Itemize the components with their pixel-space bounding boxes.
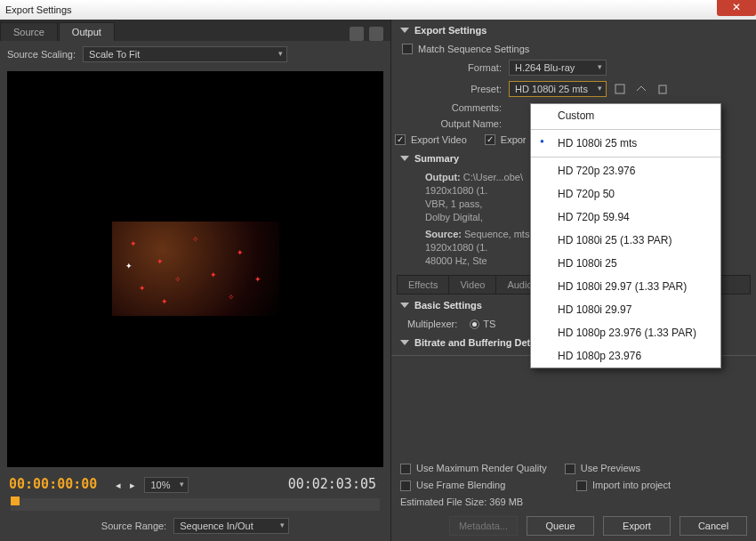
chevron-down-icon	[400, 28, 409, 33]
aspect-icon[interactable]	[369, 27, 383, 41]
step-forward-icon[interactable]: ▸	[130, 480, 135, 491]
preset-option[interactable]: HD 1080i 29.97 (1.33 PAR)	[531, 275, 720, 298]
export-button[interactable]: Export	[603, 516, 671, 536]
max-render-checkbox[interactable]	[400, 464, 411, 474]
export-settings-header[interactable]: Export Settings	[391, 20, 756, 41]
dropdown-separator	[531, 157, 720, 157]
preset-option[interactable]: HD 1080p 23.976	[531, 344, 720, 367]
subtab-video[interactable]: Video	[449, 276, 496, 294]
preset-option[interactable]: HD 720p 23.976	[531, 159, 720, 182]
chevron-down-icon	[400, 303, 409, 308]
crop-icon[interactable]	[350, 27, 364, 41]
step-back-icon[interactable]: ◂	[116, 480, 121, 491]
output-name-label: Output Name:	[402, 118, 509, 129]
preset-option[interactable]: HD 720p 50	[531, 182, 720, 206]
preview-video: ✦✦ ✧✦ ✦✧ ✦✦ ✦✧ ✦	[112, 222, 279, 316]
cancel-button[interactable]: Cancel	[680, 516, 747, 536]
preview-panel: Source Output Source Scaling: Scale To F…	[0, 20, 391, 541]
footer-options: Use Maximum Render Quality Use Previews …	[391, 457, 756, 541]
preset-dropdown[interactable]: Custom HD 1080i 25 mts HD 720p 23.976 HD…	[530, 103, 721, 368]
tab-source[interactable]: Source	[0, 22, 58, 41]
preset-label: Preset:	[402, 84, 509, 94]
metadata-button[interactable]: Metadata...	[449, 516, 518, 536]
close-button[interactable]: ✕	[717, 0, 756, 16]
timecode-out[interactable]: 00:02:03:05	[288, 476, 376, 492]
multiplexer-ts-label: TS	[483, 319, 495, 329]
window-title: Export Settings	[5, 4, 72, 15]
use-previews-checkbox[interactable]	[565, 464, 575, 474]
source-scaling-label: Source Scaling:	[7, 49, 76, 60]
file-size-value: 369 MB	[489, 497, 523, 507]
timeline-slider[interactable]	[11, 498, 380, 511]
export-audio-checkbox[interactable]	[485, 134, 495, 145]
comments-label: Comments:	[402, 102, 509, 113]
multiplexer-ts-radio[interactable]	[470, 319, 479, 329]
settings-panel: Export Settings Match Sequence Settings …	[391, 20, 756, 541]
window-titlebar: Export Settings ✕	[0, 0, 756, 20]
export-video-checkbox[interactable]	[395, 134, 406, 145]
queue-button[interactable]: Queue	[527, 516, 594, 536]
export-audio-label: Expor	[501, 134, 527, 145]
timecode-in[interactable]: 00:00:00:00	[9, 476, 97, 492]
tab-output[interactable]: Output	[59, 22, 115, 41]
format-label: Format:	[402, 62, 509, 73]
match-sequence-checkbox[interactable]	[402, 44, 413, 54]
preset-option[interactable]: HD 720p 59.94	[531, 206, 720, 229]
format-select[interactable]: H.264 Blu-ray	[509, 60, 607, 76]
preset-option[interactable]: HD 1080p 23.976 (1.33 PAR)	[531, 321, 720, 344]
svg-rect-0	[615, 85, 624, 93]
source-range-label: Source Range:	[101, 521, 166, 531]
preset-option[interactable]: HD 1080i 25	[531, 252, 720, 275]
source-range-select[interactable]: Sequence In/Out	[173, 518, 289, 534]
preset-option[interactable]: HD 1080i 25 (1.33 PAR)	[531, 229, 720, 252]
delete-preset-icon[interactable]	[656, 83, 669, 95]
preset-option[interactable]: HD 1080i 25 mts	[531, 132, 720, 155]
preview-tabs: Source Output	[0, 20, 390, 41]
playhead-icon[interactable]	[11, 497, 20, 505]
chevron-down-icon	[400, 156, 409, 161]
preview-area: ✦✦ ✧✦ ✦✧ ✦✦ ✦✧ ✦	[7, 71, 383, 467]
preset-option-custom[interactable]: Custom	[531, 104, 720, 127]
multiplexer-label: Multiplexer:	[402, 319, 457, 329]
svg-rect-1	[659, 85, 666, 93]
preset-option[interactable]: HD 1080i 29.97	[531, 298, 720, 321]
export-video-label: Export Video	[411, 134, 467, 145]
frame-blending-checkbox[interactable]	[400, 480, 411, 491]
import-project-checkbox[interactable]	[576, 480, 587, 491]
save-preset-icon[interactable]	[614, 83, 626, 95]
preset-select[interactable]: HD 1080i 25 mts	[509, 81, 607, 97]
match-sequence-label: Match Sequence Settings	[418, 44, 529, 54]
file-size-label: Estimated File Size:	[400, 497, 487, 507]
subtab-effects[interactable]: Effects	[398, 276, 449, 294]
chevron-down-icon	[400, 340, 409, 345]
source-scaling-select[interactable]: Scale To Fit	[83, 46, 287, 62]
import-preset-icon[interactable]	[635, 83, 647, 95]
zoom-select[interactable]: 10%	[144, 477, 189, 493]
dropdown-separator	[531, 129, 720, 130]
